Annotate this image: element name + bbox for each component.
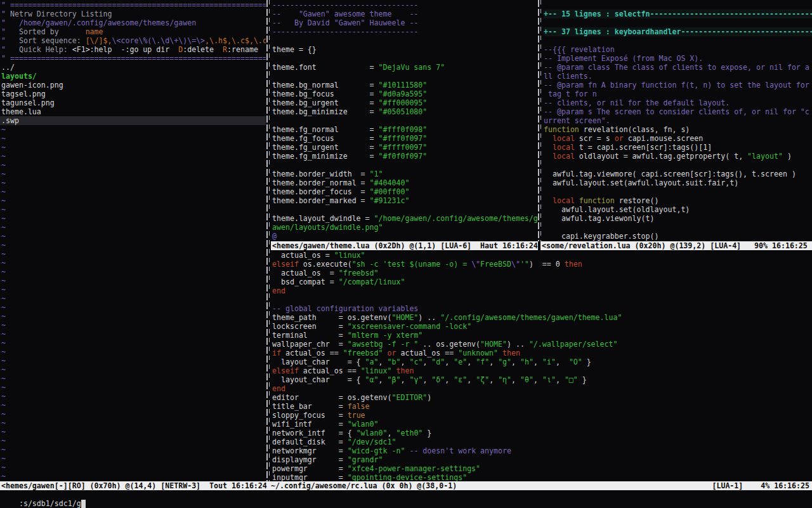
fold-line[interactable]: +-- 37 lignes : keyboardhandler---------… xyxy=(544,27,812,36)
code-line[interactable]: -- @param fn A binary function f(t, n) t… xyxy=(544,81,812,90)
code-line[interactable]: tagsel.png xyxy=(1,90,266,98)
code-line[interactable]: bsd_compat = "/compat/linux" xyxy=(272,277,812,286)
code-line[interactable]: local t = capi.screen[scr]:tags()[1] xyxy=(544,143,812,152)
code-line[interactable] xyxy=(272,72,537,81)
code-line[interactable]: theme.border_marked = "#91231c" xyxy=(272,196,537,205)
vertical-split-separator[interactable] xyxy=(537,0,542,241)
code-line[interactable]: ~ xyxy=(1,312,266,321)
code-line[interactable]: ~ xyxy=(1,232,266,241)
code-line[interactable]: " ======================================… xyxy=(1,1,266,10)
code-line[interactable]: theme.fg_urgent = "#ffff0097" xyxy=(272,143,537,152)
code-line[interactable] xyxy=(272,54,537,63)
code-line[interactable] xyxy=(544,161,812,170)
code-line[interactable]: end xyxy=(272,286,812,295)
code-line[interactable]: wifi_intf = "wlan0" xyxy=(272,420,812,429)
code-line[interactable] xyxy=(272,205,537,214)
code-line[interactable]: ~ xyxy=(1,187,266,196)
vim-command-line[interactable]: :s/sdb1/sdc1/g xyxy=(0,490,812,499)
code-line[interactable]: ~ xyxy=(1,178,266,187)
code-line[interactable]: ~ xyxy=(1,170,266,178)
code-line[interactable]: theme.bg_urgent = "#ff000095" xyxy=(272,98,537,107)
code-line[interactable]: -- Implement Exposé (from Mac OS X). xyxy=(544,54,812,63)
code-line[interactable]: awen/layouts/dwindle.png" xyxy=(272,223,537,232)
code-line[interactable] xyxy=(544,36,812,45)
code-line[interactable]: ~ xyxy=(1,427,266,436)
code-line[interactable]: ../ xyxy=(1,63,266,72)
code-line[interactable]: layout_char = { "a", "b", "c", "d", "e",… xyxy=(272,358,812,366)
code-line[interactable]: gawen-icon.png xyxy=(1,81,266,90)
code-line[interactable]: ~ xyxy=(1,143,266,152)
code-line[interactable]: " ======================================… xyxy=(1,54,266,63)
code-line[interactable]: theme.bg_minimize = "#05051080" xyxy=(272,107,537,116)
code-line[interactable] xyxy=(272,161,537,170)
code-line[interactable]: @ xyxy=(272,232,537,241)
code-line[interactable]: awful.tag.viewonly(t) xyxy=(544,214,812,223)
code-line[interactable] xyxy=(272,295,812,304)
code-line[interactable]: ~ xyxy=(1,463,266,472)
code-line[interactable]: terminal = "mlterm -y xterm" xyxy=(272,331,812,340)
code-line[interactable]: ~ xyxy=(1,303,266,312)
code-line[interactable]: " Sort sequence: [\/]$,\<core\%(\.\d\+\)… xyxy=(1,36,266,45)
code-line[interactable]: wallpaper_chr = "awsetbg -f -r " .. os.g… xyxy=(272,340,812,349)
code-line[interactable]: theme.border_width = "1" xyxy=(272,170,537,178)
code-line[interactable]: tag t for n xyxy=(544,90,812,98)
code-line[interactable]: ~ xyxy=(1,338,266,347)
code-line[interactable]: network_intf = { "wlan0", "eth0" } xyxy=(272,429,812,438)
code-line[interactable]: theme.fg_minimize = "#f0f0f097" xyxy=(272,152,537,161)
code-line[interactable]: elseif actual_os == "linux" then xyxy=(272,366,812,375)
code-line[interactable]: ~ xyxy=(1,250,266,258)
code-line[interactable]: ~ xyxy=(1,241,266,250)
code-line[interactable]: -- By David "Gawen" Hauweele -- xyxy=(272,18,537,27)
code-line[interactable]: awful.tag.viewmore( capi.screen[scr]:tag… xyxy=(544,170,812,178)
code-line[interactable]: -- "Gawen" awesome theme -- xyxy=(272,10,537,18)
code-line[interactable]: ~ xyxy=(1,347,266,356)
code-line[interactable]: ~ xyxy=(1,454,266,463)
code-line[interactable]: --------------------------------- xyxy=(272,1,537,10)
code-line[interactable]: sloppy_focus = true xyxy=(272,411,812,420)
code-line[interactable]: theme.fg_normal = "#fff0f098" xyxy=(272,125,537,134)
code-line[interactable]: ~ xyxy=(1,214,266,223)
code-line[interactable] xyxy=(544,1,812,10)
code-line[interactable]: ~ xyxy=(1,365,266,374)
code-line[interactable]: default_disk = "/dev/sdc1" xyxy=(272,438,812,446)
code-line[interactable]: elseif os.execute("sh -c 'test $(uname -… xyxy=(272,260,812,269)
code-line[interactable]: ~ xyxy=(1,330,266,338)
code-line[interactable]: " Netrw Directory Listing xyxy=(1,10,266,18)
code-line[interactable] xyxy=(544,223,812,232)
code-line[interactable]: --{{{ revelation xyxy=(544,45,812,54)
code-line[interactable]: ~ xyxy=(1,321,266,330)
code-line[interactable]: ~ xyxy=(1,223,266,232)
code-line[interactable]: theme.bg_normal = "#10111580" xyxy=(272,81,537,90)
code-line[interactable]: ~ xyxy=(1,445,266,454)
code-line[interactable]: local function restore() xyxy=(544,196,812,205)
theme-lua-pane[interactable]: ----------------------------------- "Gaw… xyxy=(271,0,537,241)
code-line[interactable]: awful.layout.set(awful.layout.suit.fair,… xyxy=(544,178,812,187)
code-line[interactable]: layouts/ xyxy=(1,72,266,81)
code-line[interactable] xyxy=(272,116,537,125)
code-line[interactable]: ~ xyxy=(1,356,266,365)
code-line[interactable]: ~ xyxy=(1,401,266,410)
code-line[interactable]: if actual_os == "freebsd" or actual_os =… xyxy=(272,349,812,358)
code-line[interactable]: local scr = s or capi.mouse.screen xyxy=(544,134,812,143)
code-line[interactable]: powermgr = "xfce4-power-manager-settings… xyxy=(272,464,812,473)
code-line[interactable]: " Quick Help: <F1>:help -:go up dir D:de… xyxy=(1,45,266,54)
code-line[interactable]: .swp xyxy=(0,116,266,125)
netrw-pane[interactable]: " ======================================… xyxy=(0,0,266,481)
code-line[interactable]: theme.fg_focus = "#fff0f097" xyxy=(272,134,537,143)
code-line[interactable]: layout_char = { "α", "β", "γ", "δ", "ε",… xyxy=(272,375,812,384)
code-line[interactable]: editor = os.getenv("EDITOR") xyxy=(272,393,812,402)
code-line[interactable]: ~ xyxy=(1,205,266,214)
code-line[interactable]: ll clients. xyxy=(544,72,812,81)
code-line[interactable]: theme.border_focus = "#00ff00" xyxy=(272,187,537,196)
code-line[interactable]: ~ xyxy=(1,294,266,303)
code-line[interactable]: theme.lua xyxy=(1,107,266,116)
code-line[interactable]: ~ xyxy=(1,161,266,170)
rc-lua-pane[interactable]: actual_os = "linux"elseif os.execute("sh… xyxy=(271,250,812,481)
code-line[interactable]: actual_os = "freebsd" xyxy=(272,269,812,277)
code-line[interactable]: networkmgr = "wicd-gtk -n" -- doesn't wo… xyxy=(272,446,812,455)
code-line[interactable]: theme.border_normal = "#404040" xyxy=(272,178,537,187)
code-line[interactable]: lockscreen = "xscreensaver-command -lock… xyxy=(272,322,812,331)
code-line[interactable]: -- @param s The screen to consider clien… xyxy=(544,107,812,116)
code-line[interactable]: -- clients, or nil for the default layou… xyxy=(544,98,812,107)
code-line[interactable]: actual_os = "linux" xyxy=(272,251,812,260)
